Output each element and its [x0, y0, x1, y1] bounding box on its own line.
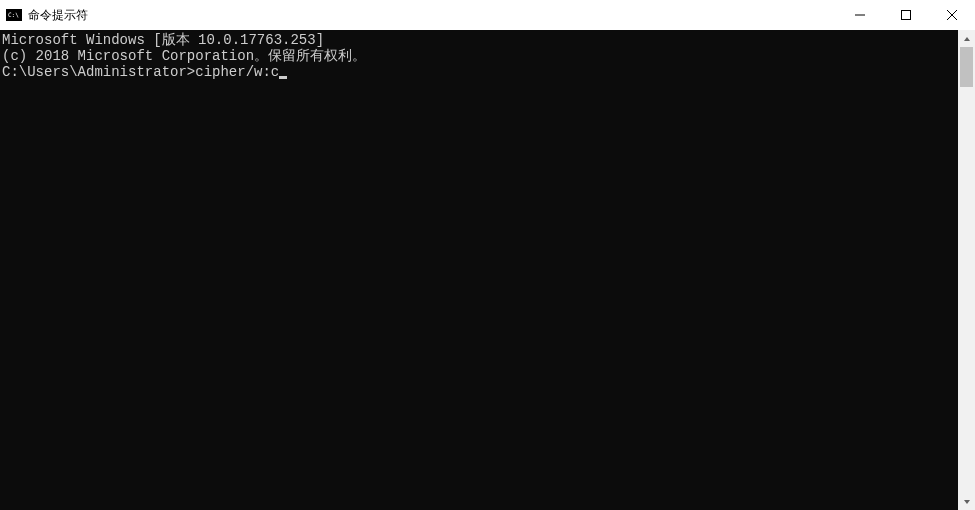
minimize-icon	[855, 10, 865, 20]
close-button[interactable]	[929, 0, 975, 30]
maximize-button[interactable]	[883, 0, 929, 30]
svg-text:C:\: C:\	[8, 11, 19, 18]
maximize-icon	[901, 10, 911, 20]
scroll-up-button[interactable]	[958, 30, 975, 47]
scroll-down-button[interactable]	[958, 493, 975, 510]
titlebar[interactable]: C:\ 命令提示符	[0, 0, 975, 30]
window-controls	[837, 0, 975, 30]
prompt-path: C:\Users\Administrator>	[2, 64, 195, 80]
scroll-track[interactable]	[958, 47, 975, 493]
version-line: Microsoft Windows [版本 10.0.17763.253]	[2, 32, 958, 48]
chevron-up-icon	[963, 35, 971, 43]
vertical-scrollbar[interactable]	[958, 30, 975, 510]
cursor	[279, 76, 287, 79]
command-input[interactable]: cipher/w:c	[195, 64, 279, 80]
window-title: 命令提示符	[28, 7, 837, 24]
minimize-button[interactable]	[837, 0, 883, 30]
close-icon	[947, 10, 957, 20]
console-output[interactable]: Microsoft Windows [版本 10.0.17763.253](c)…	[0, 30, 958, 510]
svg-rect-5	[902, 11, 911, 20]
prompt-line: C:\Users\Administrator>cipher/w:c	[2, 64, 958, 80]
console-area: Microsoft Windows [版本 10.0.17763.253](c)…	[0, 30, 975, 510]
scroll-thumb[interactable]	[960, 47, 973, 87]
command-prompt-window: C:\ 命令提示符 Microsoft Wind	[0, 0, 975, 510]
app-icon: C:\	[6, 7, 22, 23]
copyright-line: (c) 2018 Microsoft Corporation。保留所有权利。	[2, 48, 958, 64]
chevron-down-icon	[963, 498, 971, 506]
